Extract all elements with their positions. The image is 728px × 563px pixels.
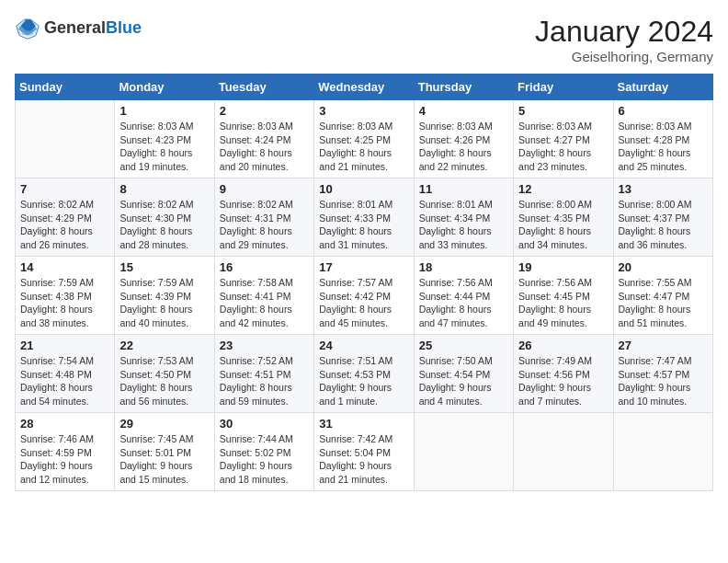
day-number: 19 — [518, 260, 608, 274]
day-header-thursday: Thursday — [414, 75, 513, 100]
day-number: 6 — [619, 104, 708, 118]
day-info: Sunrise: 7:54 AM Sunset: 4:48 PM Dayligh… — [20, 354, 109, 408]
day-info: Sunrise: 8:03 AM Sunset: 4:25 PM Dayligh… — [319, 120, 408, 174]
day-info: Sunrise: 7:50 AM Sunset: 4:54 PM Dayligh… — [419, 354, 508, 408]
calendar-cell: 30Sunrise: 7:44 AM Sunset: 5:02 PM Dayli… — [214, 413, 313, 491]
calendar-cell: 26Sunrise: 7:49 AM Sunset: 4:56 PM Dayli… — [514, 335, 613, 413]
calendar-cell: 9Sunrise: 8:02 AM Sunset: 4:31 PM Daylig… — [214, 178, 313, 257]
calendar-cell: 5Sunrise: 8:03 AM Sunset: 4:27 PM Daylig… — [514, 100, 613, 178]
day-info: Sunrise: 8:03 AM Sunset: 4:24 PM Dayligh… — [220, 120, 309, 174]
calendar-cell: 29Sunrise: 7:45 AM Sunset: 5:01 PM Dayli… — [115, 413, 214, 491]
day-number: 12 — [518, 182, 608, 196]
day-info: Sunrise: 7:47 AM Sunset: 4:57 PM Dayligh… — [619, 354, 708, 408]
day-number: 4 — [419, 104, 508, 118]
day-header-saturday: Saturday — [613, 75, 712, 100]
day-number: 31 — [319, 417, 408, 431]
day-number: 24 — [319, 339, 408, 352]
day-number: 2 — [220, 104, 309, 118]
calendar-cell: 7Sunrise: 8:02 AM Sunset: 4:29 PM Daylig… — [16, 178, 115, 257]
day-number: 7 — [20, 182, 109, 196]
calendar-cell: 15Sunrise: 7:59 AM Sunset: 4:39 PM Dayli… — [115, 257, 214, 335]
day-info: Sunrise: 7:56 AM Sunset: 4:44 PM Dayligh… — [419, 276, 508, 330]
calendar-cell: 22Sunrise: 7:53 AM Sunset: 4:50 PM Dayli… — [115, 335, 214, 413]
calendar-cell: 19Sunrise: 7:56 AM Sunset: 4:45 PM Dayli… — [514, 257, 613, 335]
logo-general: General — [44, 18, 106, 37]
day-number: 18 — [419, 260, 508, 274]
day-header-sunday: Sunday — [16, 75, 115, 100]
calendar-cell: 24Sunrise: 7:51 AM Sunset: 4:53 PM Dayli… — [314, 335, 414, 413]
day-info: Sunrise: 8:02 AM Sunset: 4:30 PM Dayligh… — [119, 198, 209, 252]
day-info: Sunrise: 7:55 AM Sunset: 4:47 PM Dayligh… — [619, 276, 708, 330]
calendar-cell: 4Sunrise: 8:03 AM Sunset: 4:26 PM Daylig… — [414, 100, 513, 178]
calendar-cell: 10Sunrise: 8:01 AM Sunset: 4:33 PM Dayli… — [314, 178, 414, 257]
calendar-body: 1Sunrise: 8:03 AM Sunset: 4:23 PM Daylig… — [16, 100, 713, 491]
calendar-cell: 17Sunrise: 7:57 AM Sunset: 4:42 PM Dayli… — [314, 257, 414, 335]
day-number: 11 — [419, 182, 508, 196]
day-number: 25 — [419, 339, 508, 352]
calendar-cell: 28Sunrise: 7:46 AM Sunset: 4:59 PM Dayli… — [16, 413, 115, 491]
day-info: Sunrise: 8:03 AM Sunset: 4:27 PM Dayligh… — [518, 120, 608, 174]
calendar-cell: 25Sunrise: 7:50 AM Sunset: 4:54 PM Dayli… — [414, 335, 513, 413]
calendar-cell — [16, 100, 115, 178]
day-info: Sunrise: 7:42 AM Sunset: 5:04 PM Dayligh… — [319, 432, 408, 487]
calendar-table: SundayMondayTuesdayWednesdayThursdayFrid… — [15, 74, 713, 491]
day-number: 23 — [220, 339, 309, 352]
day-number: 16 — [220, 260, 309, 274]
calendar-cell — [414, 413, 513, 491]
day-number: 9 — [220, 182, 309, 196]
day-info: Sunrise: 8:03 AM Sunset: 4:28 PM Dayligh… — [619, 120, 708, 174]
day-number: 13 — [619, 182, 708, 196]
day-info: Sunrise: 7:56 AM Sunset: 4:45 PM Dayligh… — [518, 276, 608, 330]
calendar-cell — [613, 413, 712, 491]
day-number: 17 — [319, 260, 408, 274]
logo-blue: Blue — [106, 18, 142, 37]
calendar-cell: 14Sunrise: 7:59 AM Sunset: 4:38 PM Dayli… — [16, 257, 115, 335]
day-info: Sunrise: 7:59 AM Sunset: 4:39 PM Dayligh… — [119, 276, 209, 330]
day-number: 5 — [518, 104, 608, 118]
day-info: Sunrise: 8:03 AM Sunset: 4:23 PM Dayligh… — [119, 120, 209, 174]
day-info: Sunrise: 7:46 AM Sunset: 4:59 PM Dayligh… — [20, 432, 109, 487]
month-title: January 2024 — [535, 15, 713, 49]
day-number: 1 — [119, 104, 209, 118]
day-number: 10 — [319, 182, 408, 196]
day-number: 21 — [20, 339, 109, 352]
calendar-cell: 31Sunrise: 7:42 AM Sunset: 5:04 PM Dayli… — [314, 413, 414, 491]
day-header-tuesday: Tuesday — [214, 75, 313, 100]
calendar-cell: 13Sunrise: 8:00 AM Sunset: 4:37 PM Dayli… — [613, 178, 712, 257]
calendar-week-2: 7Sunrise: 8:02 AM Sunset: 4:29 PM Daylig… — [16, 178, 713, 257]
day-info: Sunrise: 8:00 AM Sunset: 4:37 PM Dayligh… — [619, 198, 708, 252]
day-info: Sunrise: 8:03 AM Sunset: 4:26 PM Dayligh… — [419, 120, 508, 174]
calendar-cell: 23Sunrise: 7:52 AM Sunset: 4:51 PM Dayli… — [214, 335, 313, 413]
location-title: Geiselhoring, Germany — [535, 49, 713, 64]
day-info: Sunrise: 7:49 AM Sunset: 4:56 PM Dayligh… — [518, 354, 608, 408]
calendar-cell: 11Sunrise: 8:01 AM Sunset: 4:34 PM Dayli… — [414, 178, 513, 257]
day-header-wednesday: Wednesday — [314, 75, 414, 100]
day-number: 30 — [220, 417, 309, 431]
day-number: 15 — [119, 260, 209, 274]
day-number: 3 — [319, 104, 408, 118]
calendar-week-1: 1Sunrise: 8:03 AM Sunset: 4:23 PM Daylig… — [16, 100, 713, 178]
calendar-cell: 1Sunrise: 8:03 AM Sunset: 4:23 PM Daylig… — [115, 100, 214, 178]
calendar-cell: 21Sunrise: 7:54 AM Sunset: 4:48 PM Dayli… — [16, 335, 115, 413]
header: GeneralBlue January 2024 Geiselhoring, G… — [15, 15, 713, 64]
day-info: Sunrise: 7:58 AM Sunset: 4:41 PM Dayligh… — [220, 276, 309, 330]
day-header-monday: Monday — [115, 75, 214, 100]
calendar-cell: 8Sunrise: 8:02 AM Sunset: 4:30 PM Daylig… — [115, 178, 214, 257]
calendar-cell: 12Sunrise: 8:00 AM Sunset: 4:35 PM Dayli… — [514, 178, 613, 257]
calendar-week-4: 21Sunrise: 7:54 AM Sunset: 4:48 PM Dayli… — [16, 335, 713, 413]
day-number: 22 — [119, 339, 209, 352]
day-number: 27 — [619, 339, 708, 352]
calendar-cell: 2Sunrise: 8:03 AM Sunset: 4:24 PM Daylig… — [214, 100, 313, 178]
title-area: January 2024 Geiselhoring, Germany — [535, 15, 713, 64]
logo-text: GeneralBlue — [44, 18, 142, 38]
day-info: Sunrise: 7:44 AM Sunset: 5:02 PM Dayligh… — [220, 432, 309, 487]
calendar-cell: 18Sunrise: 7:56 AM Sunset: 4:44 PM Dayli… — [414, 257, 513, 335]
calendar-header-row: SundayMondayTuesdayWednesdayThursdayFrid… — [16, 75, 713, 100]
day-info: Sunrise: 7:51 AM Sunset: 4:53 PM Dayligh… — [319, 354, 408, 408]
day-number: 28 — [20, 417, 109, 431]
day-info: Sunrise: 8:02 AM Sunset: 4:31 PM Dayligh… — [220, 198, 309, 252]
calendar-cell: 16Sunrise: 7:58 AM Sunset: 4:41 PM Dayli… — [214, 257, 313, 335]
day-number: 20 — [619, 260, 708, 274]
calendar-cell — [514, 413, 613, 491]
day-number: 26 — [518, 339, 608, 352]
